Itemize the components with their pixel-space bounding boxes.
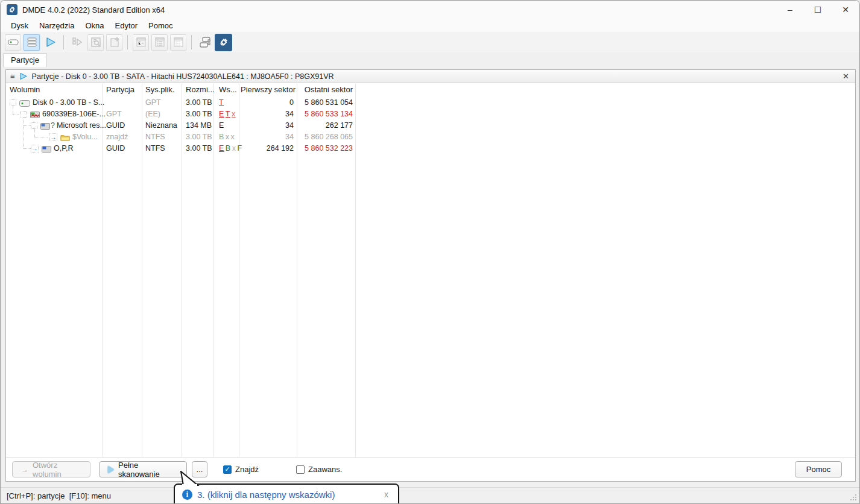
cell-sysplik: NTFS [145,131,165,143]
info-icon: i [182,490,192,500]
menu-pomoc[interactable]: Pomoc [143,20,178,31]
new-scan-icon[interactable] [106,34,123,51]
cell-ws: E [219,120,226,131]
action-bar: → Otwórz wolumin Pełne skanowanie ... ✓ … [6,457,855,481]
disk-icon [19,99,30,109]
toolbar-separator [63,35,64,49]
row-label: Disk 0 - 3.00 TB - S... [33,97,104,109]
cell-rozmiar: 3.00 TB [186,131,212,143]
table-row-opr[interactable]: → O,P,R GUID NTFS 3.00 TB EBxF 264 192 5… [6,143,855,154]
cell-ostatni: 5 860 533 134 [302,109,353,120]
menu-bar: Dysk Narzędzia Okna Edytor Pomoc [1,19,859,32]
zaawans-check[interactable]: Zaawans. [296,465,342,474]
cell-sysplik: NTFS [145,143,165,154]
col-header-sysplik[interactable]: Sys.plik. [145,83,174,97]
partitions-icon[interactable] [23,34,40,51]
partition-unknown-icon [40,122,51,131]
hint-tooltip: i 3. (kliknij dla następny wskazówki) x … [174,484,399,504]
jump-arrow-icon[interactable]: → [49,133,57,141]
col-header-pierwszy[interactable]: Pierwszy sektor [241,83,294,97]
status-bar: [Ctrl+P]: partycje [F10]: menu [1,487,859,503]
table-row-volume[interactable]: → $Volu... znajdź NTFS 3.00 TB Bxx 34 5 … [6,131,855,143]
minimize-button[interactable]: – [776,1,804,19]
panel-title-bar: ≡ Partycje - Disk 0 - 3.00 TB - SATA - H… [6,70,855,83]
znajdz-label: Znajdź [235,465,259,474]
gpt-damaged-icon [30,111,40,120]
table-row-gpt[interactable]: 690339E8-106E-... GPT (EE) 3.00 TB ETx 3… [6,109,855,120]
tooltip-tail [172,471,200,486]
tab-bar: Partycje [1,52,859,67]
tab-partycje[interactable]: Partycje [3,53,47,67]
dmde-logo-icon [7,4,17,15]
close-button[interactable]: ✕ [832,1,859,19]
col-header-rozmiar[interactable]: Rozmi... [186,83,215,97]
arrow-right-icon: → [21,465,28,474]
cell-ws: ETx [219,109,237,120]
cell-rozmiar: 134 MB [186,120,212,131]
hex-view-icon[interactable] [169,34,187,51]
row-label: 690339E8-106E-... [42,109,106,120]
cell-ws: T [219,97,225,109]
panel-close-icon[interactable]: ✕ [841,72,851,81]
row-checkbox[interactable] [21,111,27,118]
cell-sysplik: Nieznana [145,120,177,131]
status-text: [Ctrl+P]: partycje [F10]: menu [7,491,111,500]
cell-ostatni: 262 177 [302,120,353,131]
zaawans-checkbox[interactable] [296,465,305,474]
jump-arrow-icon[interactable]: → [31,145,39,153]
objects-run-icon[interactable] [68,34,86,51]
tooltip-title[interactable]: 3. (kliknij dla następny wskazówki) [197,490,335,500]
volume-search-icon[interactable] [87,34,104,51]
znajdz-checkbox[interactable]: ✓ [223,465,232,474]
help-button[interactable]: Pomoc [795,461,842,477]
menu-okna[interactable]: Okna [80,20,109,31]
cell-partycja: znajdź [106,131,128,143]
zaawans-label: Zaawans. [308,465,342,474]
cell-sysplik: GPT [145,97,161,109]
partitions-panel: ≡ Partycje - Disk 0 - 3.00 TB - SATA - H… [5,69,856,482]
cell-rozmiar: 3.00 TB [186,109,212,120]
menu-narzedzia[interactable]: Narzędzia [34,20,80,31]
col-header-partycja[interactable]: Partycja [106,83,134,97]
toolbar [1,32,859,52]
maximize-button[interactable]: ☐ [804,1,832,19]
menu-edytor[interactable]: Edytor [110,20,144,31]
cell-ostatni: 5 860 531 054 [302,97,353,109]
cell-pierwszy: 264 192 [241,143,294,154]
dmde-logo-icon[interactable] [215,34,232,51]
open-volume-button: → Otwórz wolumin [12,461,90,477]
cell-partycja: GPT [106,109,122,120]
panel-menu-icon[interactable]: ≡ [10,72,15,80]
row-checkbox[interactable] [10,99,16,106]
open-play-icon[interactable] [42,34,59,51]
znajdz-check[interactable]: ✓ Znajdź [223,465,259,474]
tree-view-icon[interactable] [132,34,150,51]
tooltip-close-icon[interactable]: x [382,490,391,499]
table-row-disk0[interactable]: Disk 0 - 3.00 TB - S... GPT 3.00 TB T 0 … [6,97,855,109]
cell-ostatni: 5 860 268 065 [302,131,353,143]
col-header-ws[interactable]: Ws... [219,83,237,97]
table-rows: Disk 0 - 3.00 TB - S... GPT 3.00 TB T 0 … [6,97,855,154]
cell-ws: Bxx [219,131,236,143]
cell-rozmiar: 3.00 TB [186,143,212,154]
cell-pierwszy: 0 [241,97,294,109]
unknown-mark: ? [51,120,55,131]
col-header-wolumin[interactable]: Wolumin [10,83,40,97]
windows-cascade-icon[interactable] [196,34,213,51]
cell-pierwszy: 34 [241,109,294,120]
panel-title: Partycje - Disk 0 - 3.00 TB - SATA - Hit… [32,72,334,81]
cell-pierwszy: 34 [241,131,294,143]
row-label: $Volu... [72,131,98,143]
partitions-table: Wolumin Partycja Sys.plik. Rozmi... Ws..… [6,83,855,457]
menu-dysk[interactable]: Dysk [5,20,34,31]
cell-ws: EBxF [219,143,244,154]
table-row-msres[interactable]: ? Microsoft res... GUID Nieznana 134 MB … [6,120,855,131]
title-bar: DMDE 4.0.2 (2022) Standard Edition x64 –… [1,1,859,19]
col-header-ostatni[interactable]: Ostatni sektor [302,83,353,97]
list-view-icon[interactable] [151,34,168,51]
cell-ostatni: 5 860 532 223 [302,143,353,154]
dmde-window: DMDE 4.0.2 (2022) Standard Edition x64 –… [0,0,860,504]
row-checkbox[interactable] [31,122,37,129]
resize-grip[interactable] [849,493,858,502]
disk-icon[interactable] [4,34,22,51]
